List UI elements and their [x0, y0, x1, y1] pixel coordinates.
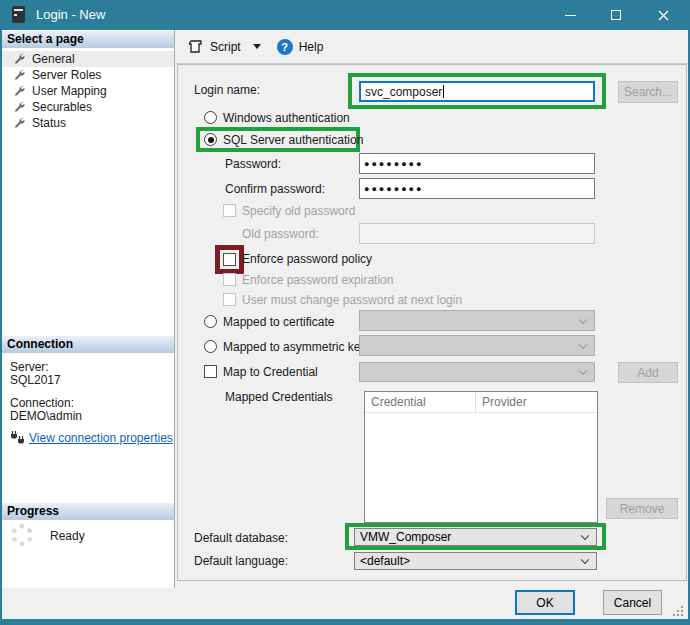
- mapped-credentials-label: Mapped Credentials: [225, 390, 332, 404]
- remove-button[interactable]: Remove: [606, 498, 678, 519]
- chevron-down-icon: [579, 340, 587, 348]
- connection-value: DEMO\admin: [10, 409, 82, 423]
- enforce-policy-label[interactable]: Enforce password policy: [242, 252, 372, 266]
- script-icon: [187, 40, 203, 53]
- maximize-icon: [611, 10, 621, 20]
- mapped-certificate-label[interactable]: Mapped to certificate: [223, 315, 334, 329]
- password-label: Password:: [225, 157, 281, 171]
- login-new-dialog: Login - New Select a page General Server…: [0, 0, 690, 625]
- select-a-page-header: Select a page: [2, 31, 174, 48]
- progress-status: Ready: [50, 529, 85, 543]
- cancel-button[interactable]: Cancel: [603, 590, 662, 615]
- sql-auth-radio[interactable]: [204, 133, 217, 146]
- enforce-policy-checkbox[interactable]: [223, 253, 236, 266]
- script-dropdown-icon[interactable]: [253, 44, 261, 49]
- wrench-icon: [14, 117, 26, 133]
- chevron-down-icon: [579, 315, 587, 323]
- table-header-divider: [365, 412, 597, 413]
- server-value: SQL2017: [10, 373, 61, 387]
- certificate-select: [359, 310, 595, 331]
- help-button[interactable]: Help: [299, 40, 324, 54]
- minimize-icon: [565, 15, 576, 16]
- chevron-down-icon: [581, 556, 589, 564]
- view-connection-properties-link[interactable]: View connection properties: [29, 431, 173, 445]
- login-name-input[interactable]: svc_composer: [359, 81, 595, 102]
- server-label: Server:: [10, 360, 49, 374]
- enforce-expiration-checkbox[interactable]: [223, 273, 236, 286]
- default-database-value: VMW_Composer: [360, 530, 451, 544]
- column-header-credential[interactable]: Credential: [365, 392, 474, 412]
- sidebar-item-label: Status: [32, 115, 66, 131]
- search-button[interactable]: Search...: [618, 81, 678, 103]
- help-icon[interactable]: ?: [277, 39, 293, 55]
- sidebar-item-general[interactable]: General: [2, 51, 174, 67]
- toolbar: Script ? Help: [176, 30, 688, 64]
- mapped-asymmetric-label[interactable]: Mapped to asymmetric key: [223, 340, 366, 354]
- map-credential-checkbox[interactable]: [204, 365, 217, 378]
- close-icon: [658, 10, 669, 21]
- sidebar-item-securables[interactable]: Securables: [2, 99, 174, 115]
- password-value: ●●●●●●●●: [364, 159, 424, 169]
- must-change-password-checkbox[interactable]: [223, 293, 236, 306]
- confirm-password-label: Confirm password:: [225, 182, 325, 196]
- connection-label: Connection:: [10, 396, 74, 410]
- default-language-value: <default>: [360, 554, 410, 568]
- progress-header: Progress: [2, 503, 174, 520]
- asymmetric-key-select: [359, 335, 595, 356]
- old-password-input: [359, 223, 595, 244]
- specify-old-password-checkbox[interactable]: [223, 204, 236, 217]
- windows-auth-radio[interactable]: [204, 111, 217, 124]
- must-change-password-label: User must change password at next login: [242, 293, 462, 307]
- sql-auth-label[interactable]: SQL Server authentication: [223, 133, 363, 147]
- sidebar-item-server-roles[interactable]: Server Roles: [2, 67, 174, 83]
- login-window-icon: [12, 6, 25, 23]
- confirm-password-value: ●●●●●●●●: [364, 184, 424, 194]
- column-header-provider[interactable]: Provider: [475, 392, 595, 412]
- default-database-select[interactable]: VMW_Composer: [354, 528, 597, 546]
- text-caret: [443, 85, 444, 98]
- mapped-certificate-radio[interactable]: [204, 315, 217, 328]
- credential-select: [359, 362, 595, 382]
- maximize-button[interactable]: [593, 0, 639, 30]
- chevron-down-icon: [581, 532, 589, 540]
- default-database-label: Default database:: [194, 531, 288, 545]
- general-page-panel: Login name: svc_composer Search... Windo…: [177, 64, 687, 581]
- specify-old-password-label: Specify old password: [242, 204, 355, 218]
- window-border-bottom: [0, 619, 690, 625]
- titlebar: Login - New: [0, 0, 690, 30]
- map-credential-label[interactable]: Map to Credential: [223, 365, 318, 379]
- minimize-button[interactable]: [547, 0, 593, 30]
- sidebar: Select a page General Server Roles User …: [2, 30, 175, 588]
- resize-grip[interactable]: [671, 604, 684, 620]
- login-name-label: Login name:: [194, 83, 260, 97]
- mapped-asymmetric-radio[interactable]: [204, 340, 217, 353]
- mapped-credentials-table[interactable]: Credential Provider: [364, 391, 598, 523]
- windows-auth-label[interactable]: Windows authentication: [223, 111, 350, 125]
- sidebar-item-label: Securables: [32, 99, 92, 115]
- window-title: Login - New: [36, 0, 105, 30]
- chevron-down-icon: [579, 367, 587, 375]
- default-language-label: Default language:: [194, 554, 288, 568]
- ok-button[interactable]: OK: [515, 590, 575, 615]
- sidebar-item-label: Server Roles: [32, 67, 101, 83]
- old-password-label: Old password:: [242, 227, 319, 241]
- default-language-select[interactable]: <default>: [354, 552, 597, 570]
- add-button[interactable]: Add: [618, 362, 678, 383]
- connection-properties-icon: [10, 431, 25, 448]
- password-input[interactable]: ●●●●●●●●: [359, 153, 595, 174]
- script-button[interactable]: Script: [210, 40, 241, 54]
- login-name-value: svc_composer: [365, 85, 442, 99]
- progress-spinner-icon: [11, 524, 33, 546]
- enforce-expiration-label: Enforce password expiration: [242, 273, 393, 287]
- sidebar-item-label: General: [32, 51, 75, 67]
- sidebar-item-status[interactable]: Status: [2, 115, 174, 131]
- connection-header: Connection: [2, 336, 174, 353]
- sidebar-item-user-mapping[interactable]: User Mapping: [2, 83, 174, 99]
- confirm-password-input[interactable]: ●●●●●●●●: [359, 178, 595, 199]
- close-button[interactable]: [640, 0, 686, 30]
- sidebar-item-label: User Mapping: [32, 83, 107, 99]
